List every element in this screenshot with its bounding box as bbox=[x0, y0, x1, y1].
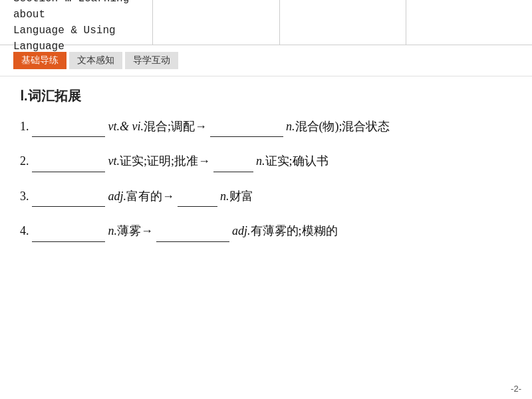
vocab-item-4: 4. n.薄雾→ adj.有薄雾的;模糊的 bbox=[20, 220, 512, 241]
section-title: Ⅰ.词汇拓展 bbox=[20, 87, 512, 105]
page-number: -2- bbox=[511, 384, 521, 394]
item4-text4: 有薄雾的;模糊的 bbox=[251, 224, 338, 237]
item1-blank2[interactable] bbox=[210, 120, 283, 137]
item2-italic1: vt. bbox=[108, 154, 120, 168]
item2-italic2: n. bbox=[256, 154, 265, 168]
item4-blank1[interactable] bbox=[32, 225, 105, 241]
tab-wenbenganzhi[interactable]: 文本感知 bbox=[69, 52, 122, 69]
item4-blank2[interactable] bbox=[156, 225, 229, 241]
item1-number: 1 bbox=[20, 120, 26, 133]
item3-text4: 财富 bbox=[229, 190, 253, 203]
item4-italic2: adj. bbox=[232, 224, 251, 237]
header-col4 bbox=[406, 0, 532, 45]
item3-blank2[interactable] bbox=[178, 190, 217, 207]
tab-jichuduanlian[interactable]: 基础导练 bbox=[13, 52, 66, 69]
item3-italic2: n. bbox=[220, 190, 229, 203]
vocab-item-3: 3. adj.富有的→ n.财富 bbox=[20, 186, 512, 207]
item2-blank1[interactable] bbox=[32, 156, 105, 172]
header-col2 bbox=[153, 0, 279, 45]
item3-text2: 富有的→ bbox=[126, 190, 174, 203]
item4-number: 4 bbox=[20, 224, 26, 237]
item4-italic1: n. bbox=[108, 224, 118, 237]
item4-text2: 薄雾→ bbox=[117, 224, 153, 237]
header-title: Section Ⅲ Learning about Language & Usin… bbox=[13, 0, 139, 55]
header-section-title: Section Ⅲ Learning about Language & Usin… bbox=[0, 0, 153, 45]
header-line1: Section Ⅲ Learning about bbox=[13, 0, 139, 23]
vocab-item-1: 1. vt.& vi.混合;调配→ n.混合(物);混合状态 bbox=[20, 116, 512, 137]
item3-italic1: adj. bbox=[108, 190, 127, 203]
item2-blank2[interactable] bbox=[213, 156, 253, 172]
content-area: Ⅰ.词汇拓展 1. vt.& vi.混合;调配→ n.混合(物);混合状态 2.… bbox=[0, 76, 532, 266]
header-line2: Language & Using Language bbox=[13, 23, 139, 55]
tab-daoxuehudong[interactable]: 导学互动 bbox=[125, 52, 178, 69]
item2-text2: 证实;证明;批准→ bbox=[120, 154, 210, 168]
item3-number: 3 bbox=[20, 190, 26, 203]
item2-number: 2 bbox=[20, 154, 26, 168]
item1-blank1[interactable] bbox=[32, 120, 105, 137]
header-col3 bbox=[280, 0, 406, 45]
vocab-item-2: 2. vt.证实;证明;批准→ n.证实;确认书 bbox=[20, 150, 512, 172]
item1-italic1: vt.& vi. bbox=[108, 120, 144, 133]
item1-text4: 混合(物);混合状态 bbox=[295, 120, 390, 133]
header-bar: Section Ⅲ Learning about Language & Usin… bbox=[0, 0, 532, 45]
item3-blank1[interactable] bbox=[32, 190, 105, 207]
item1-italic2: n. bbox=[286, 120, 295, 133]
item1-text2: 混合;调配→ bbox=[144, 120, 207, 133]
item2-text4: 证实;确认书 bbox=[265, 154, 329, 168]
